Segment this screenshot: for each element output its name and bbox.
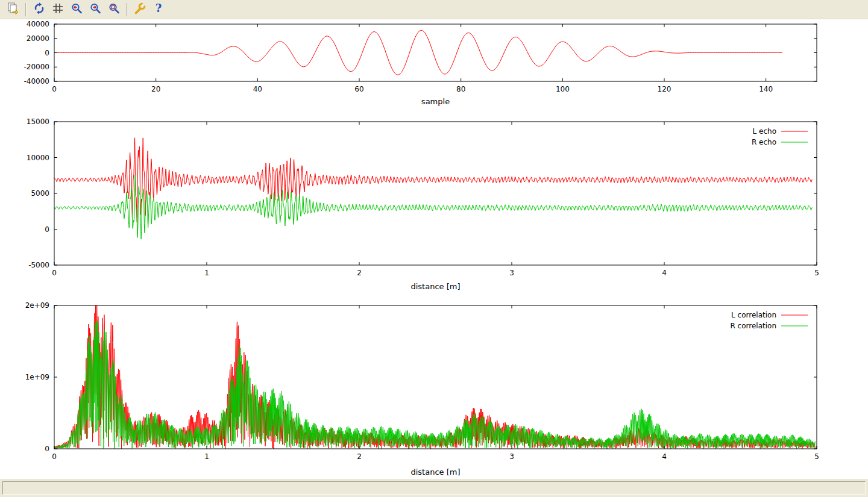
legend-label: L echo: [753, 127, 776, 136]
status-field: [2, 481, 866, 495]
y-tick-label: 0: [45, 445, 49, 453]
toolbar-separator: [25, 3, 27, 16]
echo-chart: 012345150001000050000-5000distance [m]L …: [27, 117, 819, 291]
toolbar: ?: [0, 0, 868, 19]
toolbar-separator: [126, 3, 127, 16]
gnuplot-graph-window: ? 02040608010012014040000200000-20000-40…: [0, 0, 868, 497]
y-tick-label: 0: [45, 225, 49, 234]
x-tick-label: 0: [52, 452, 57, 461]
help-button[interactable]: ?: [149, 1, 167, 18]
legend-label: L correlation: [731, 311, 776, 319]
x-tick-label: 5: [814, 452, 819, 461]
zoom-previous-icon: [70, 2, 83, 17]
correlation-chart: 0123452e+091e+090distance [m]L correlati…: [25, 301, 819, 477]
toggle-grid-button[interactable]: [49, 1, 66, 18]
legend-label: R correlation: [730, 322, 776, 330]
x-tick-label: 20: [151, 85, 160, 93]
wrench-icon: [133, 2, 146, 17]
x-tick-label: 3: [509, 452, 514, 461]
x-tick-label: 1: [204, 452, 209, 461]
y-tick-label: -40000: [24, 77, 49, 86]
x-tick-label: 1: [204, 269, 209, 277]
y-tick-label: 5000: [31, 189, 49, 198]
x-tick-label: 3: [509, 269, 514, 277]
zoom-previous-button[interactable]: [68, 1, 85, 18]
x-tick-label: 4: [662, 452, 667, 461]
legend-label: R echo: [752, 138, 776, 146]
y-tick-label: 40000: [27, 20, 49, 28]
configure-terminal-button[interactable]: [131, 1, 148, 18]
y-tick-label: 0: [45, 49, 49, 57]
y-tick-label: 15000: [27, 117, 49, 126]
x-tick-label: 0: [52, 269, 57, 277]
y-tick-label: 10000: [27, 154, 49, 162]
refresh-icon: [33, 2, 46, 17]
x-tick-label: 2: [357, 269, 362, 277]
zoom-reset-icon: [107, 2, 121, 17]
zoom-next-button[interactable]: [86, 1, 104, 18]
x-axis-label: distance [m]: [410, 467, 460, 477]
x-tick-label: 5: [814, 269, 819, 277]
sample-waveform-chart: 02040608010012014040000200000-20000-4000…: [24, 20, 817, 106]
x-axis-label: distance [m]: [410, 282, 460, 291]
zoom-next-icon: [89, 2, 102, 17]
x-tick-label: 100: [556, 85, 570, 93]
status-bar: [0, 479, 868, 497]
copy-to-clipboard-button[interactable]: [4, 1, 22, 18]
plots-svg: 02040608010012014040000200000-20000-4000…: [0, 19, 868, 479]
grid-icon: [51, 2, 64, 17]
plot-area[interactable]: [54, 122, 817, 265]
x-tick-label: 140: [759, 85, 773, 93]
plot-canvas: 02040608010012014040000200000-20000-4000…: [0, 19, 868, 479]
y-tick-label: 2e+09: [25, 301, 49, 310]
autoscale-button[interactable]: [105, 1, 122, 18]
replot-button[interactable]: [30, 1, 48, 18]
x-tick-label: 2: [357, 452, 362, 461]
y-tick-label: 1e+09: [25, 373, 49, 381]
y-tick-label: -5000: [28, 261, 49, 269]
x-tick-label: 120: [658, 85, 671, 93]
x-tick-label: 80: [456, 85, 465, 93]
svg-text:?: ?: [155, 2, 162, 14]
y-tick-label: 20000: [27, 34, 49, 43]
x-tick-label: 60: [354, 85, 363, 93]
x-tick-label: 4: [662, 269, 667, 277]
x-tick-label: 0: [52, 85, 57, 93]
x-axis-label: sample: [421, 97, 450, 106]
copy-icon: [7, 2, 20, 17]
y-tick-label: -20000: [24, 63, 49, 71]
x-tick-label: 40: [253, 85, 262, 93]
help-icon: ?: [152, 2, 165, 17]
